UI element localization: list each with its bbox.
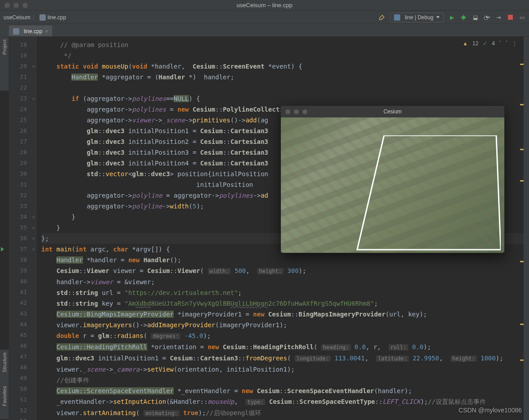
fold-marker[interactable] <box>31 362 37 373</box>
line-number: 28 <box>9 147 27 158</box>
fold-marker[interactable]: ⊟ <box>31 212 37 222</box>
fold-marker[interactable] <box>31 405 37 416</box>
check-icon: ✓ <box>483 40 487 47</box>
fold-marker[interactable] <box>31 265 37 276</box>
popup-titlebar[interactable]: Cesium <box>281 106 504 117</box>
line-number: 39 <box>9 265 27 276</box>
line-number: 29 <box>9 158 27 169</box>
run-configuration-selector[interactable]: line | Debug <box>390 13 444 22</box>
dropdown-icon <box>436 16 440 18</box>
close-window-icon[interactable] <box>4 3 10 8</box>
fold-marker[interactable] <box>31 416 37 420</box>
traffic-lights <box>4 3 28 8</box>
error-stripe[interactable] <box>520 37 524 420</box>
left-sidebar-top: Project <box>0 37 9 91</box>
fold-marker[interactable] <box>31 330 37 341</box>
fold-marker[interactable]: ⊟ <box>31 244 37 255</box>
fold-marker[interactable] <box>31 115 37 126</box>
line-number: 30 <box>9 169 27 179</box>
line-number: 43 <box>9 308 27 319</box>
cpp-file-icon <box>13 28 19 35</box>
fold-marker[interactable] <box>31 384 37 394</box>
fold-marker[interactable] <box>31 341 37 351</box>
more-icon[interactable]: ⋮ <box>512 40 517 47</box>
tab-line-cpp[interactable]: line.cpp × <box>9 26 52 36</box>
fold-marker[interactable] <box>31 319 37 330</box>
left-sidebar-bottom: Structure Favorites <box>0 350 9 419</box>
line-number: 19 <box>9 50 27 61</box>
structure-tool-tab[interactable]: Structure <box>2 352 7 372</box>
minimize-window-icon[interactable] <box>13 3 19 8</box>
run-gutter-icon[interactable] <box>1 247 4 251</box>
fold-marker[interactable] <box>31 179 37 190</box>
breadcrumb-file[interactable]: line.cpp <box>48 14 66 21</box>
fold-marker[interactable] <box>31 276 37 287</box>
fold-marker[interactable]: ⊟ <box>31 61 37 72</box>
watermark: CSDN @mylove10086 <box>459 407 522 414</box>
fold-marker[interactable] <box>31 287 37 298</box>
fold-marker[interactable] <box>31 82 37 93</box>
fold-marker[interactable] <box>31 147 37 158</box>
inspection-summary[interactable]: ▲12 ✓4 ˆ ˇ ⋮ <box>463 40 517 47</box>
fold-marker[interactable] <box>31 158 37 169</box>
fold-marker[interactable] <box>31 169 37 179</box>
layout-button[interactable]: ▭ <box>518 14 525 21</box>
popup-title: Cesium <box>281 108 504 115</box>
line-number: 25 <box>9 115 27 126</box>
line-number: 37 <box>9 244 27 255</box>
favorites-tool-tab[interactable]: Favorites <box>2 386 7 406</box>
line-number: 51 <box>9 394 27 405</box>
fold-marker[interactable] <box>31 72 37 82</box>
fold-marker[interactable] <box>31 50 37 61</box>
fold-marker[interactable]: ⊟ <box>31 222 37 233</box>
chevron-up-icon[interactable]: ˆ <box>499 40 501 47</box>
line-number: 48 <box>9 362 27 373</box>
fold-marker[interactable]: ⊟ <box>31 93 37 104</box>
line-number: 38 <box>9 255 27 265</box>
line-number: 46 <box>9 341 27 351</box>
line-number: 31 <box>9 179 27 190</box>
fold-marker[interactable] <box>31 373 37 384</box>
fold-marker[interactable] <box>31 190 37 201</box>
fold-marker[interactable] <box>31 298 37 308</box>
fold-marker[interactable] <box>31 351 37 362</box>
coverage-button[interactable]: ⬓ <box>472 14 479 21</box>
fold-marker[interactable] <box>31 394 37 405</box>
fold-marker[interactable] <box>31 39 37 50</box>
line-number: 49 <box>9 373 27 384</box>
fold-marker[interactable] <box>31 126 37 136</box>
attach-button[interactable]: ⇥ <box>495 14 502 21</box>
close-tab-icon[interactable]: × <box>45 28 48 35</box>
line-number: 23 <box>9 93 27 104</box>
build-button[interactable] <box>378 14 385 21</box>
cesium-preview-window[interactable]: Cesium <box>280 105 505 253</box>
project-tool-tab[interactable]: Project <box>2 39 7 55</box>
cesium-canvas[interactable] <box>281 117 504 253</box>
profile-button[interactable]: ◔▾ <box>483 14 490 21</box>
debug-button[interactable] <box>460 14 467 21</box>
zoom-window-icon[interactable] <box>22 3 28 8</box>
line-number: 22 <box>9 82 27 93</box>
line-number: 52 <box>9 405 27 416</box>
polyline-overlay <box>321 135 501 252</box>
line-number: 45 <box>9 330 27 341</box>
fold-marker[interactable]: ⊟ <box>31 233 37 244</box>
line-number: 34 <box>9 212 27 222</box>
fold-marker[interactable] <box>31 201 37 212</box>
fold-marker[interactable] <box>31 308 37 319</box>
navigation-bar: useCeisum 〉 line.cpp line | Debug ▶ ⬓ ◔▾… <box>0 11 529 24</box>
window-title: useCeisum – line.cpp <box>0 2 529 9</box>
stop-button[interactable] <box>507 14 514 21</box>
run-button[interactable]: ▶ <box>448 14 455 21</box>
breadcrumb-root[interactable]: useCeisum <box>4 14 31 21</box>
target-icon <box>394 14 400 21</box>
chevron-down-icon[interactable]: ˇ <box>506 40 507 47</box>
svg-marker-5 <box>357 135 501 250</box>
fold-marker[interactable] <box>31 104 37 115</box>
fold-marker[interactable] <box>31 255 37 265</box>
warning-count: 12 <box>472 40 478 47</box>
run-config-label: line | Debug <box>405 14 433 21</box>
fold-marker[interactable] <box>31 136 37 147</box>
cpp-file-icon <box>39 14 46 21</box>
line-number: 41 <box>9 287 27 298</box>
